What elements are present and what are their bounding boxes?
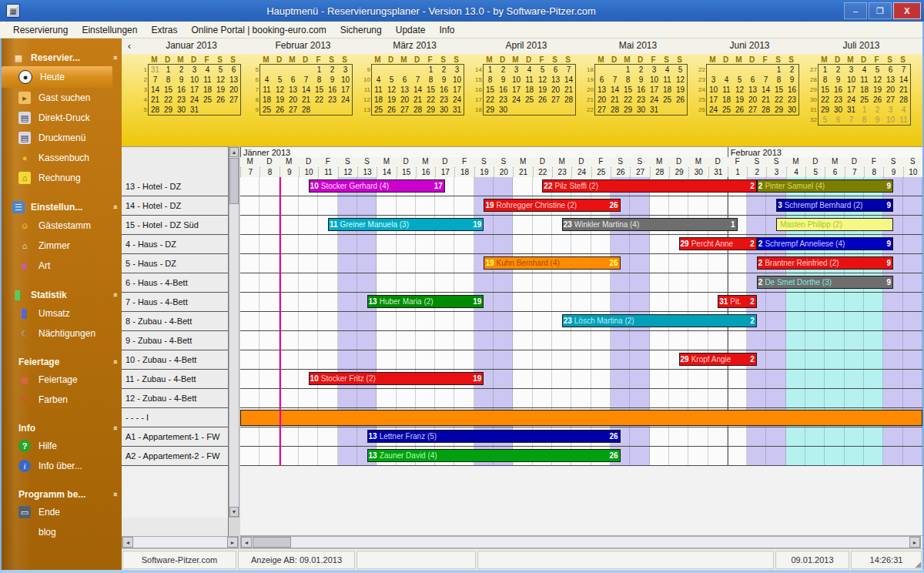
calendar-day[interactable]: 5: [214, 65, 227, 75]
sidebar-item-hilfe[interactable]: ?Hilfe: [2, 436, 123, 456]
scrollbar-thumb[interactable]: [229, 158, 239, 204]
room-row-label[interactable]: 11 - Zubau - 4-Bett: [122, 370, 228, 389]
calendar-day[interactable]: 27: [746, 105, 759, 115]
calendar-day[interactable]: 6: [595, 75, 608, 85]
chevron-up-icon[interactable]: »: [110, 293, 119, 297]
calendar-day[interactable]: 7: [411, 75, 424, 85]
calendar-day[interactable]: 20: [549, 85, 562, 95]
reservation-bar[interactable]: 2Brantner Reinfried (2)9: [757, 256, 893, 270]
calendar-day[interactable]: 30: [437, 105, 450, 115]
calendar-day[interactable]: 8: [484, 75, 497, 85]
calendar-day[interactable]: 16: [832, 85, 845, 95]
calendar-day[interactable]: 23: [832, 95, 845, 105]
gantt-day-header-cell[interactable]: M30: [688, 157, 708, 177]
calendar-day[interactable]: 26: [214, 95, 227, 105]
menu-item-extras[interactable]: Extras: [144, 23, 184, 37]
calendar-day[interactable]: 29: [621, 105, 634, 115]
calendar-day[interactable]: 31: [149, 65, 162, 75]
calendar-prev-icon[interactable]: ‹: [124, 40, 135, 52]
reservation-bar[interactable]: 2Schrempf Anneliese (4)9: [757, 237, 893, 250]
calendar-day[interactable]: 21: [897, 85, 910, 95]
gantt-day-header-cell[interactable]: M21: [513, 157, 532, 177]
calendar-day[interactable]: 18: [201, 85, 214, 95]
room-list-vertical-scrollbar[interactable]: ▲ ▼: [229, 146, 239, 518]
reservation-bar[interactable]: 10Stocker Fritz (2)19: [309, 372, 484, 385]
mini-month-4[interactable]: MDMDFSS141234567158910111213141615161718…: [470, 55, 582, 116]
resize-grip[interactable]: ◢: [915, 560, 921, 568]
calendar-day[interactable]: 22: [424, 95, 437, 105]
sidebar-item-direkt-druck[interactable]: ▤Direkt-Druck: [2, 108, 123, 128]
calendar-day[interactable]: 6: [746, 75, 759, 85]
calendar-day[interactable]: 23: [634, 95, 648, 105]
calendar-day[interactable]: 4: [897, 105, 910, 115]
calendar-day[interactable]: 13: [746, 85, 759, 95]
calendar-day[interactable]: 21: [300, 95, 313, 105]
calendar-day[interactable]: 31: [450, 105, 464, 115]
room-row-label[interactable]: 6 - Haus - 4-Bett: [122, 273, 228, 293]
chevron-up-icon[interactable]: »: [110, 360, 119, 364]
calendar-day[interactable]: 12: [871, 75, 884, 85]
reservation-bar[interactable]: 19Rohregger Christine (2)26: [484, 199, 620, 212]
room-row-label[interactable]: 5 - Haus - DZ: [122, 254, 228, 273]
calendar-day[interactable]: 16: [634, 85, 648, 95]
reservation-bar[interactable]: 29Percht Anne2: [679, 237, 757, 250]
calendar-day[interactable]: 20: [746, 95, 759, 105]
calendar-day[interactable]: 31: [845, 105, 858, 115]
calendar-day[interactable]: 26: [871, 95, 884, 105]
calendar-day[interactable]: 30: [634, 105, 648, 115]
calendar-day[interactable]: 30: [497, 105, 510, 115]
calendar-day[interactable]: 22: [162, 95, 175, 105]
mini-month-5[interactable]: MDMDFSS181234519678910111220131415161718…: [582, 55, 694, 116]
calendar-day[interactable]: 9: [497, 75, 510, 85]
calendar-day[interactable]: 30: [785, 105, 798, 115]
calendar-day[interactable]: 8: [858, 115, 871, 125]
calendar-day[interactable]: 20: [227, 85, 240, 95]
room-row-label[interactable]: 12 - Zubau - 4-Bett: [122, 389, 228, 408]
calendar-day[interactable]: 10: [648, 75, 661, 85]
sidebar-item-nächtigungen[interactable]: ☾Nächtigungen: [2, 323, 123, 343]
room-list-horizontal-scrollbar[interactable]: ◄ ►: [122, 536, 239, 548]
calendar-day[interactable]: 12: [674, 75, 687, 85]
gantt-day-header-cell[interactable]: F25: [591, 157, 611, 177]
calendar-day[interactable]: 11: [897, 115, 910, 125]
calendar-day[interactable]: 15: [819, 85, 832, 95]
calendar-day[interactable]: 7: [149, 75, 162, 85]
calendar-day[interactable]: 12: [733, 85, 746, 95]
reservation-bar[interactable]: 13Zauner David (4)26: [367, 449, 621, 462]
calendar-day[interactable]: 1: [313, 65, 326, 75]
scroll-down-arrow-icon[interactable]: ▼: [229, 507, 239, 517]
calendar-day[interactable]: 9: [785, 75, 798, 85]
sidebar-section-header-reservier[interactable]: ▦Reservier...»: [2, 49, 123, 66]
menu-item-info[interactable]: Info: [432, 23, 461, 37]
calendar-day[interactable]: 17: [450, 85, 464, 95]
calendar-day[interactable]: 22: [819, 95, 832, 105]
calendar-day[interactable]: 25: [523, 95, 536, 105]
calendar-day[interactable]: 3: [188, 65, 201, 75]
calendar-day[interactable]: 15: [772, 85, 785, 95]
gantt-day-header-cell[interactable]: S26: [611, 157, 630, 177]
calendar-day[interactable]: 17: [648, 85, 661, 95]
scroll-right-arrow-icon[interactable]: ►: [909, 537, 920, 548]
calendar-day[interactable]: 5: [871, 65, 884, 75]
calendar-day[interactable]: 13: [398, 85, 411, 95]
scroll-left-arrow-icon[interactable]: ◄: [241, 537, 252, 548]
calendar-day[interactable]: 21: [759, 95, 772, 105]
calendar-day[interactable]: 15: [621, 85, 634, 95]
gantt-day-header-cell[interactable]: M28: [650, 157, 669, 177]
sidebar-item-blog[interactable]: blog: [2, 522, 123, 542]
calendar-day[interactable]: 9: [871, 115, 884, 125]
calendar-day[interactable]: 24: [648, 95, 661, 105]
gantt-day-header-cell[interactable]: S3: [766, 157, 785, 177]
reservation-bar[interactable]: 2De Smet Dorthe (3)9: [757, 276, 893, 289]
gantt-day-header-cell[interactable]: S2: [747, 157, 766, 177]
calendar-day[interactable]: 15: [484, 85, 497, 95]
calendar-day[interactable]: 18: [720, 95, 733, 105]
calendar-day[interactable]: 13: [595, 85, 608, 95]
minimize-button[interactable]: –: [844, 2, 867, 19]
sidebar-section-header-einstellun[interactable]: ☰Einstellun...»: [2, 199, 123, 216]
gantt-day-header-cell[interactable]: F18: [454, 157, 474, 177]
calendar-day[interactable]: 17: [707, 95, 720, 105]
calendar-day[interactable]: 21: [562, 85, 575, 95]
calendar-day[interactable]: 3: [450, 65, 464, 75]
reservation-bar[interactable]: 13Lettner Franz (5)26: [367, 430, 621, 443]
